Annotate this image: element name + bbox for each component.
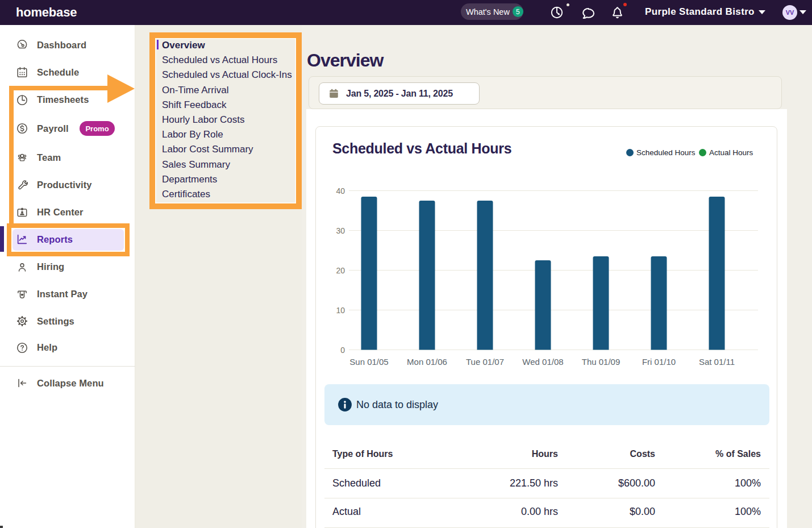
svg-text:Tue 01/07: Tue 01/07 — [466, 357, 504, 367]
svg-text:Fri 01/10: Fri 01/10 — [642, 357, 676, 367]
svg-text:0: 0 — [340, 346, 345, 355]
svg-text:20: 20 — [336, 266, 345, 275]
svg-text:Mon 01/06: Mon 01/06 — [407, 357, 447, 367]
svg-text:Thu 01/09: Thu 01/09 — [582, 357, 621, 367]
svg-text:40: 40 — [336, 186, 345, 196]
svg-text:30: 30 — [336, 226, 345, 235]
svg-text:Sun 01/05: Sun 01/05 — [349, 357, 388, 367]
svg-text:Wed 01/08: Wed 01/08 — [522, 357, 563, 367]
svg-text:Sat 01/11: Sat 01/11 — [699, 357, 735, 367]
svg-text:10: 10 — [336, 306, 345, 315]
